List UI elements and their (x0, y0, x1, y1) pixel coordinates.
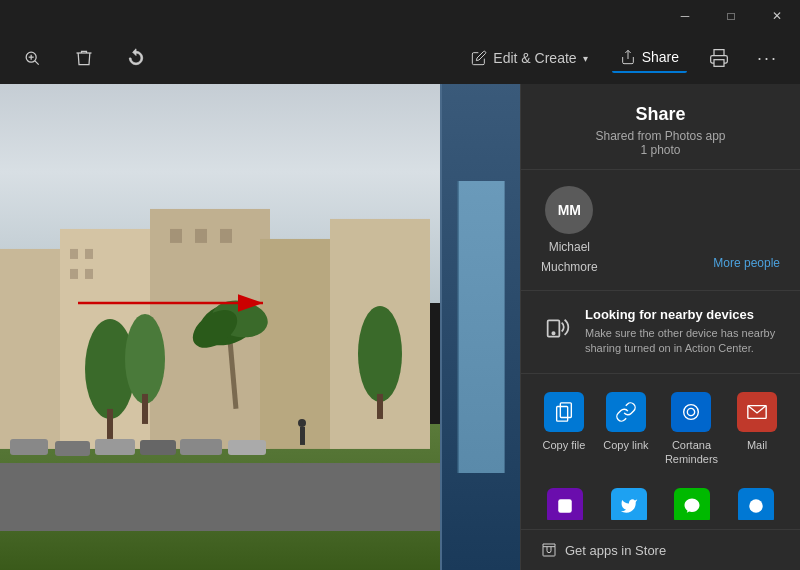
svg-rect-27 (377, 394, 383, 419)
share-count: 1 photo (541, 143, 780, 157)
app-twitter[interactable] (601, 484, 657, 520)
share-title: Share (541, 104, 780, 125)
svg-rect-30 (95, 439, 135, 455)
svg-rect-5 (714, 60, 724, 67)
share-header: Share Shared from Photos app 1 photo (521, 84, 800, 170)
get-apps-button[interactable]: Get apps in Store (521, 529, 800, 570)
app-blue-icon (738, 488, 774, 520)
app-line-icon (674, 488, 710, 520)
print-button[interactable] (703, 42, 735, 74)
red-arrow (78, 288, 278, 318)
zoom-button[interactable] (16, 42, 48, 74)
nearby-description: Make sure the other device has nearby sh… (585, 326, 780, 357)
app-purple[interactable] (537, 484, 593, 520)
copy-link-icon (606, 392, 646, 432)
close-button[interactable]: ✕ (754, 0, 800, 32)
copy-file-label: Copy file (543, 438, 586, 452)
copy-file-app[interactable]: Copy file (537, 386, 591, 473)
nearby-icon (541, 309, 573, 341)
copy-link-app[interactable]: Copy link (599, 386, 653, 473)
svg-point-39 (552, 332, 554, 334)
svg-line-1 (35, 61, 39, 65)
svg-rect-34 (300, 427, 305, 445)
line-svg (683, 497, 701, 515)
cortana-app[interactable]: Cortana Reminders (661, 386, 722, 473)
svg-rect-14 (85, 269, 93, 279)
app-twitter-icon (611, 488, 647, 520)
photo-placeholder (0, 84, 520, 570)
contact-section: MM Michael Muchmore More people (521, 170, 800, 291)
contact-item[interactable]: MM Michael Muchmore (541, 186, 598, 274)
rotate-icon (126, 48, 146, 68)
share-apps-row1: Copy file Copy link (521, 374, 800, 485)
zoom-icon (22, 48, 42, 68)
svg-rect-11 (70, 249, 78, 259)
share-panel: Share Shared from Photos app 1 photo MM … (520, 84, 800, 570)
svg-rect-40 (560, 403, 571, 418)
more-icon: ··· (757, 48, 778, 69)
contact-first-name: Michael (549, 240, 590, 254)
svg-rect-12 (85, 249, 93, 259)
copy-file-icon (544, 392, 584, 432)
toolbar-right: Edit & Create ▾ Share ··· (463, 42, 784, 75)
svg-point-43 (688, 408, 695, 415)
contact-last-name: Muchmore (541, 260, 598, 274)
app-purple-svg (556, 497, 574, 515)
svg-rect-13 (70, 269, 78, 279)
share-apps-row2 (521, 484, 800, 520)
mail-icon (737, 392, 777, 432)
get-apps-label: Get apps in Store (565, 543, 666, 558)
more-people-button[interactable]: More people (713, 256, 780, 270)
toolbar: Edit & Create ▾ Share ··· (0, 32, 800, 84)
svg-point-20 (125, 314, 165, 404)
maximize-button[interactable]: □ (708, 0, 754, 32)
avatar: MM (545, 186, 593, 234)
nearby-text: Looking for nearby devices Make sure the… (585, 307, 780, 357)
mail-svg (746, 401, 768, 423)
svg-rect-9 (260, 239, 340, 449)
copy-link-svg (615, 401, 637, 423)
title-bar: ─ □ ✕ (0, 0, 800, 32)
minimize-button[interactable]: ─ (662, 0, 708, 32)
mail-app[interactable]: Mail (730, 386, 784, 473)
delete-icon (74, 48, 94, 68)
svg-rect-16 (195, 229, 207, 243)
svg-rect-45 (558, 500, 572, 514)
share-subtitle: Shared from Photos app (541, 129, 780, 143)
svg-rect-41 (557, 406, 568, 421)
store-icon (541, 542, 557, 558)
nearby-title: Looking for nearby devices (585, 307, 780, 322)
twitter-svg (620, 497, 638, 515)
svg-point-42 (684, 404, 699, 419)
edit-create-chevron: ▾ (583, 53, 588, 64)
title-bar-controls: ─ □ ✕ (662, 0, 800, 32)
nearby-device-icon (543, 311, 571, 339)
share-icon (620, 49, 636, 65)
share-label: Share (642, 49, 679, 65)
app-blue-svg (747, 497, 765, 515)
svg-rect-15 (170, 229, 182, 243)
nearby-section: Looking for nearby devices Make sure the… (521, 291, 800, 374)
right-building (440, 84, 520, 570)
edit-create-button[interactable]: Edit & Create ▾ (463, 44, 595, 72)
more-button[interactable]: ··· (751, 42, 784, 75)
svg-point-26 (358, 306, 402, 402)
svg-rect-31 (140, 440, 176, 455)
copy-link-label: Copy link (603, 438, 648, 452)
delete-button[interactable] (68, 42, 100, 74)
app-line[interactable] (665, 484, 721, 520)
edit-icon (471, 50, 487, 66)
svg-rect-21 (142, 394, 148, 424)
svg-rect-33 (228, 440, 266, 455)
app-purple-icon (547, 488, 583, 520)
svg-rect-17 (220, 229, 232, 243)
svg-rect-19 (107, 409, 113, 439)
cortana-icon (671, 392, 711, 432)
photo-area (0, 84, 520, 570)
toolbar-left (16, 42, 455, 74)
rotate-button[interactable] (120, 42, 152, 74)
main-content: Share Shared from Photos app 1 photo MM … (0, 84, 800, 570)
svg-rect-29 (55, 441, 90, 456)
app-blue[interactable] (728, 484, 784, 520)
share-button[interactable]: Share (612, 43, 687, 73)
